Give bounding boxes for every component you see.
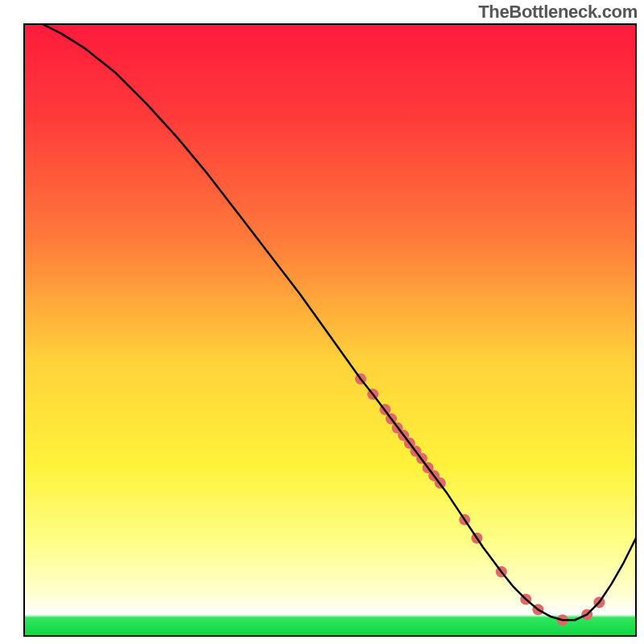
gradient-background	[24, 24, 636, 636]
watermark-text: TheBottleneck.com	[478, 2, 638, 23]
chart-container: TheBottleneck.com	[0, 0, 644, 644]
bottleneck-chart	[0, 0, 644, 644]
